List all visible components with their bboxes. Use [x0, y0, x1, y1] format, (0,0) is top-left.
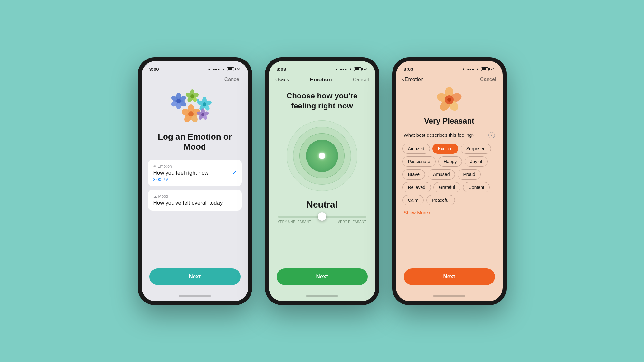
battery-icon-2 — [354, 67, 362, 71]
phone-3: 3:03 ▲ ●●● ▲ 74 ‹ Emotion Cancel — [392, 57, 507, 305]
emotion-option[interactable]: ◎ Emotion How you feel right now 3:00 PM… — [148, 160, 242, 186]
signal-icon-3: ●●● — [467, 67, 474, 71]
phone-2: 3:03 ▲ ●●● ▲ 74 ‹ Back Emotion Cancel Ch… — [265, 57, 379, 305]
back-button-3[interactable]: ‹ Emotion — [402, 77, 424, 82]
svg-point-38 — [447, 98, 451, 102]
home-indicator-1 — [179, 295, 211, 297]
show-more-link[interactable]: Show More › — [396, 210, 503, 215]
emotion-heading: Choose how you're feeling right now — [269, 86, 375, 111]
tag-passionate[interactable]: Passionate — [402, 156, 436, 167]
emotion-checkmark: ✓ — [232, 169, 237, 176]
tag-content[interactable]: Content — [463, 182, 490, 192]
status-bar-1: 3:00 ▲ ●●● ▲ 74 — [142, 61, 248, 75]
very-pleasant-title: Very Pleasant — [396, 116, 503, 125]
slider-track[interactable] — [278, 216, 366, 218]
phone-3-screen: 3:03 ▲ ●●● ▲ 74 ‹ Emotion Cancel — [396, 61, 503, 301]
tag-amused[interactable]: Amused — [428, 169, 455, 180]
tag-excited[interactable]: Excited — [432, 144, 458, 154]
svg-point-25 — [188, 111, 194, 116]
circle-center-dot — [319, 153, 325, 159]
slider-thumb[interactable] — [318, 212, 326, 221]
status-bar-3: 3:03 ▲ ●●● ▲ 74 — [396, 61, 503, 75]
chevron-left-icon-3: ‹ — [402, 77, 404, 82]
cancel-button-1[interactable]: Cancel — [224, 77, 241, 82]
wifi-icon-3: ▲ — [476, 67, 479, 71]
tag-amazed[interactable]: Amazed — [402, 144, 430, 154]
flowers-svg — [169, 88, 221, 127]
show-more-text: Show More — [404, 210, 428, 215]
location-icon-2: ▲ — [335, 67, 338, 71]
tag-relieved[interactable]: Relieved — [402, 182, 431, 192]
emotion-slider-container: VERY UNPLEASANT VERY PLEASANT — [269, 216, 375, 224]
pleasant-flower-svg — [436, 87, 462, 113]
phone-3-nav: ‹ Emotion Cancel — [396, 75, 503, 85]
phone-2-nav: ‹ Back Emotion Cancel — [269, 75, 375, 86]
battery-text-1: 74 — [236, 67, 240, 71]
svg-point-6 — [176, 99, 181, 103]
tag-calm[interactable]: Calm — [402, 195, 424, 205]
status-time-3: 3:03 — [404, 66, 413, 72]
status-icons-1: ▲ ●●● ▲ 74 — [207, 67, 241, 71]
next-button-3[interactable]: Next — [404, 268, 495, 285]
phone-1-nav: Cancel — [142, 75, 248, 85]
pleasant-flower-container — [396, 87, 503, 114]
status-icons-3: ▲ ●●● ▲ 74 — [462, 67, 495, 71]
tag-happy[interactable]: Happy — [438, 156, 462, 167]
svg-point-12 — [190, 94, 194, 98]
home-indicator-2 — [306, 295, 338, 297]
mood-option-icon: ☁ — [153, 194, 157, 199]
nav-title-2: Emotion — [310, 77, 332, 83]
battery-icon-3 — [481, 67, 489, 71]
emotion-option-time: 3:00 PM — [153, 177, 237, 182]
home-indicator-3 — [433, 295, 465, 297]
battery-text-3: 74 — [490, 67, 495, 71]
status-time-2: 3:03 — [277, 66, 286, 72]
signal-icon-2: ●●● — [340, 67, 347, 71]
back-button-2[interactable]: ‹ Back — [275, 77, 289, 83]
status-bar-2: 3:03 ▲ ●●● ▲ 74 — [269, 61, 375, 75]
mood-option-label: ☁ Mood — [153, 194, 237, 199]
describe-label-text: What best describes this feeling? — [404, 132, 475, 138]
location-icon-3: ▲ — [462, 67, 466, 71]
svg-point-19 — [203, 102, 206, 106]
phone-1-content: Log an Emotion or Mood ◎ Emotion How you… — [142, 85, 248, 214]
cancel-button-2[interactable]: Cancel — [353, 77, 369, 83]
flowers-illustration — [169, 88, 221, 127]
main-title-1: Log an Emotion or Mood — [148, 132, 242, 152]
tag-proud[interactable]: Proud — [458, 169, 480, 180]
emotion-option-title: How you feel right now — [153, 170, 237, 176]
mood-option-title: How you've felt overall today — [153, 200, 237, 206]
mood-option[interactable]: ☁ Mood How you've felt overall today — [148, 190, 242, 211]
battery-text-2: 74 — [363, 67, 367, 71]
next-button-2[interactable]: Next — [277, 268, 368, 285]
status-time-1: 3:00 — [149, 66, 159, 72]
cancel-button-3[interactable]: Cancel — [480, 77, 496, 82]
tag-joyful[interactable]: Joyful — [465, 156, 488, 167]
tag-surprised[interactable]: Surprised — [461, 144, 491, 154]
tag-brave[interactable]: Brave — [402, 169, 425, 180]
chevron-left-icon-2: ‹ — [275, 77, 277, 83]
status-icons-2: ▲ ●●● ▲ 74 — [335, 67, 368, 71]
battery-icon-1 — [227, 67, 234, 71]
emotion-option-icon: ◎ — [153, 164, 156, 169]
describe-label: What best describes this feeling? i — [396, 132, 503, 138]
tags-container: Amazed Excited Surprised Passionate Happ… — [396, 144, 503, 205]
wifi-icon-2: ▲ — [348, 67, 352, 71]
info-icon[interactable]: i — [488, 132, 495, 138]
signal-icon-1: ●●● — [213, 67, 220, 71]
slider-min-label: VERY UNPLEASANT — [278, 220, 311, 224]
next-button-1[interactable]: Next — [149, 268, 241, 285]
location-icon-1: ▲ — [207, 67, 211, 71]
emotion-circle-viz — [283, 117, 361, 194]
neutral-label: Neutral — [269, 200, 375, 210]
chevron-right-icon: › — [429, 210, 430, 215]
wifi-icon-1: ▲ — [221, 67, 225, 71]
emotion-option-label: ◎ Emotion — [153, 164, 237, 169]
phone-2-screen: 3:03 ▲ ●●● ▲ 74 ‹ Back Emotion Cancel Ch… — [269, 61, 375, 301]
phone-1: 3:00 ▲ ●●● ▲ 74 Cancel — [138, 57, 252, 305]
slider-max-label: VERY PLEASANT — [338, 220, 366, 224]
svg-point-31 — [201, 113, 204, 116]
phone-1-screen: 3:00 ▲ ●●● ▲ 74 Cancel — [142, 61, 248, 301]
tag-peaceful[interactable]: Peaceful — [426, 195, 455, 205]
tag-grateful[interactable]: Grateful — [433, 182, 460, 192]
